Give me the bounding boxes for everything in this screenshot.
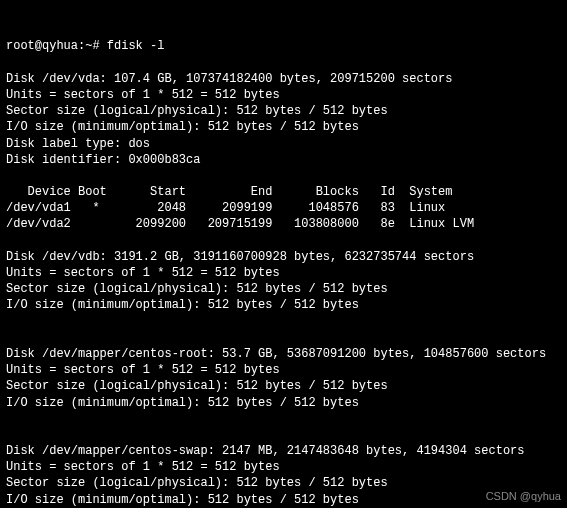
disk-vdb-header: Disk /dev/vdb: 3191.2 GB, 3191160700928 …: [6, 250, 474, 264]
watermark: CSDN @qyhua: [486, 489, 561, 504]
disk-swap-header: Disk /dev/mapper/centos-swap: 2147 MB, 2…: [6, 444, 524, 458]
disk-vdb-sector: Sector size (logical/physical): 512 byte…: [6, 282, 388, 296]
partition-row: /dev/vda2 2099200 209715199 103808000 8e…: [6, 217, 474, 231]
disk-vda-ident: Disk identifier: 0x000b83ca: [6, 153, 200, 167]
disk-root-header: Disk /dev/mapper/centos-root: 53.7 GB, 5…: [6, 347, 546, 361]
disk-root-sector: Sector size (logical/physical): 512 byte…: [6, 379, 388, 393]
disk-vdb-units: Units = sectors of 1 * 512 = 512 bytes: [6, 266, 280, 280]
disk-vda-label: Disk label type: dos: [6, 137, 150, 151]
disk-vda-io: I/O size (minimum/optimal): 512 bytes / …: [6, 120, 359, 134]
disk-vda-header: Disk /dev/vda: 107.4 GB, 107374182400 by…: [6, 72, 452, 86]
disk-vda-units: Units = sectors of 1 * 512 = 512 bytes: [6, 88, 280, 102]
disk-root-units: Units = sectors of 1 * 512 = 512 bytes: [6, 363, 280, 377]
prompt-line[interactable]: root@qyhua:~# fdisk -l: [6, 39, 164, 53]
terminal-output: root@qyhua:~# fdisk -l Disk /dev/vda: 10…: [6, 38, 561, 508]
partition-header: Device Boot Start End Blocks Id System: [6, 185, 452, 199]
disk-vdb-io: I/O size (minimum/optimal): 512 bytes / …: [6, 298, 359, 312]
disk-swap-sector: Sector size (logical/physical): 512 byte…: [6, 476, 388, 490]
disk-swap-io: I/O size (minimum/optimal): 512 bytes / …: [6, 493, 359, 507]
disk-vda-sector: Sector size (logical/physical): 512 byte…: [6, 104, 388, 118]
disk-swap-units: Units = sectors of 1 * 512 = 512 bytes: [6, 460, 280, 474]
partition-row: /dev/vda1 * 2048 2099199 1048576 83 Linu…: [6, 201, 445, 215]
disk-root-io: I/O size (minimum/optimal): 512 bytes / …: [6, 396, 359, 410]
